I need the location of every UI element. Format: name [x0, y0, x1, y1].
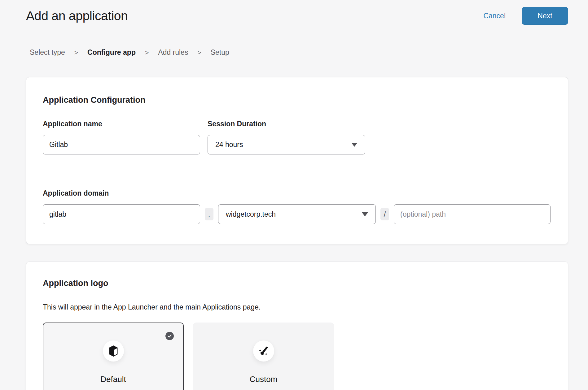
step-configure-app[interactable]: Configure app	[87, 48, 136, 57]
main-content: Application Configuration Application na…	[0, 77, 588, 390]
cube-icon	[109, 345, 118, 357]
subdomain-input[interactable]	[43, 204, 200, 224]
application-configuration-card: Application Configuration Application na…	[26, 77, 568, 244]
path-input[interactable]	[394, 204, 551, 224]
domain-select[interactable]: widgetcorp.tech	[218, 204, 376, 224]
logo-heading: Application logo	[43, 279, 551, 288]
dot-separator: .	[205, 208, 213, 220]
custom-logo-circle	[253, 340, 274, 362]
breadcrumb-separator: >	[145, 49, 149, 56]
logo-option-custom[interactable]: Custom	[193, 323, 334, 390]
breadcrumb-separator: >	[74, 49, 78, 56]
step-add-rules[interactable]: Add rules	[158, 48, 188, 57]
breadcrumb: Select type > Configure app > Add rules …	[30, 48, 588, 57]
logo-option-label: Default	[43, 375, 183, 384]
logo-description: This will appear in the App Launcher and…	[43, 303, 551, 311]
domain-select-value: widgetcorp.tech	[226, 210, 276, 219]
logo-options: Default Custom	[43, 323, 551, 390]
application-domain-field: Application domain . widgetcorp.tech /	[43, 189, 551, 224]
cancel-button[interactable]: Cancel	[483, 12, 506, 20]
paintbrush-icon	[258, 346, 269, 356]
selected-check-badge	[165, 332, 174, 340]
chevron-down-icon	[351, 143, 358, 147]
check-icon	[167, 333, 172, 339]
application-domain-row: . widgetcorp.tech /	[43, 204, 551, 224]
name-session-row: Application name Session Duration 24 hou…	[43, 120, 551, 154]
session-duration-select[interactable]: 24 hours	[208, 135, 365, 154]
application-domain-label: Application domain	[43, 189, 109, 197]
topbar: Add an application Cancel Next	[0, 0, 588, 27]
session-duration-field: Session Duration 24 hours	[208, 120, 365, 154]
application-name-label: Application name	[43, 120, 200, 128]
topbar-actions: Cancel Next	[483, 7, 568, 25]
step-setup[interactable]: Setup	[211, 48, 229, 57]
slash-separator: /	[380, 208, 389, 220]
page-title: Add an application	[26, 9, 128, 23]
configuration-heading: Application Configuration	[43, 95, 551, 105]
application-logo-card: Application logo This will appear in the…	[26, 262, 568, 390]
application-name-input[interactable]	[43, 135, 200, 154]
session-duration-value: 24 hours	[215, 141, 243, 149]
logo-option-default[interactable]: Default	[43, 323, 184, 390]
step-select-type[interactable]: Select type	[30, 48, 65, 57]
breadcrumb-separator: >	[197, 49, 201, 56]
logo-option-label: Custom	[194, 375, 333, 384]
session-duration-label: Session Duration	[208, 120, 365, 128]
next-button[interactable]: Next	[522, 7, 568, 25]
chevron-down-icon	[362, 212, 368, 216]
application-name-field: Application name	[43, 120, 200, 154]
default-logo-circle	[103, 340, 124, 362]
